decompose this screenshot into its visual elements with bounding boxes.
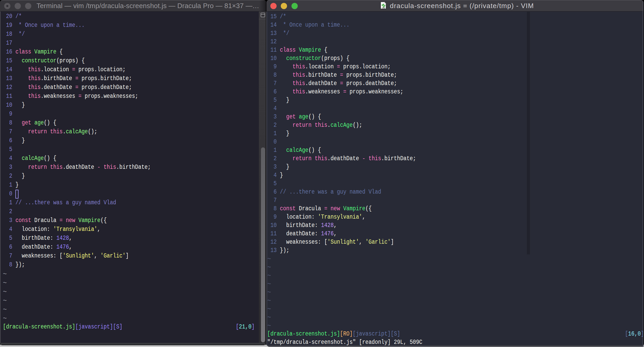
svg-text:JS: JS	[382, 7, 385, 9]
